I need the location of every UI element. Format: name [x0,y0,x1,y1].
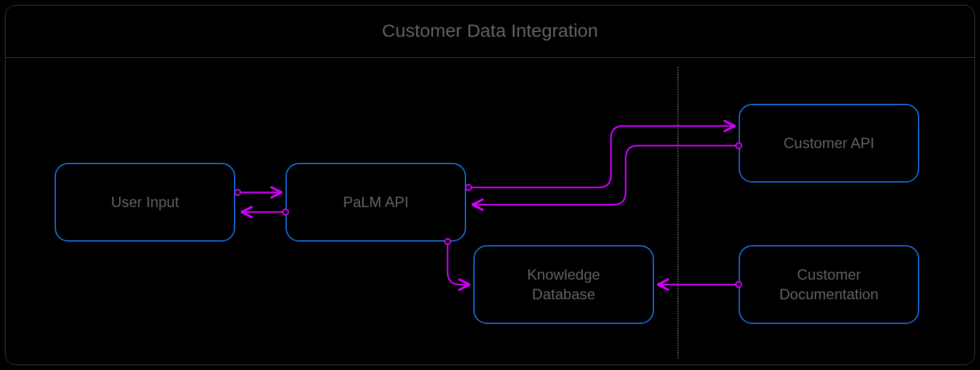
connector-palmapi-to-customerapi [466,126,734,191]
node-label: User Input [111,192,179,212]
connector-palmapi-to-knowledgedb [445,239,469,285]
connector-customerapi-to-palmapi [473,143,742,205]
diagram-frame: Customer Data Integration User Input PaL… [5,5,975,365]
diagram-title: Customer Data Integration [6,20,974,41]
connector-customerdoc-to-knowledgedb [659,282,742,288]
svg-point-4 [466,185,472,191]
node-label: CustomerDocumentation [779,265,878,305]
node-customer-api: Customer API [739,104,919,183]
node-label: Customer API [784,133,874,153]
connector-userinput-to-palmapi [235,190,281,195]
node-user-input: User Input [55,163,235,242]
title-divider [6,57,974,58]
node-label: KnowledgeDatabase [527,265,601,305]
integration-boundary-line [677,67,679,358]
node-label: PaLM API [343,192,409,212]
node-knowledge-database: KnowledgeDatabase [473,245,654,324]
connector-palmapi-to-userinput [243,210,289,215]
node-customer-documentation: CustomerDocumentation [739,245,919,324]
svg-point-1 [235,190,241,195]
node-palm-api: PaLM API [286,163,466,242]
